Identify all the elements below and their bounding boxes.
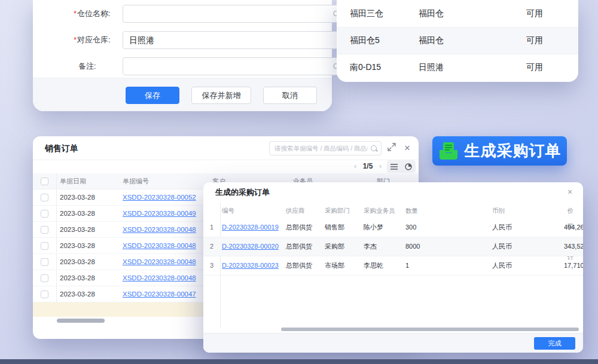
required-mark: * [74,35,77,44]
next-page-icon[interactable]: › [375,161,386,170]
position-name: 南0-D15 [350,62,419,73]
remark-label: 备注: [78,57,126,75]
view-toggle-group [387,160,416,173]
close-icon[interactable]: × [402,143,413,154]
search-input[interactable] [270,142,381,155]
sales-window-header: 销售订单 × [33,136,419,160]
order-date: 2023-03-28 [57,254,120,270]
table-row[interactable]: 南0-D15 日照港 可用 [337,54,578,81]
chart-view-icon[interactable] [402,161,414,172]
done-button[interactable]: 完成 [534,337,575,350]
generate-purchase-order-button[interactable]: 生成采购订单 [432,136,567,166]
row-checkbox[interactable] [41,258,48,266]
total-amount: 343,520.00 [562,237,583,256]
row-checkbox[interactable] [41,274,48,282]
expand-icon[interactable] [386,143,397,154]
order-number-link[interactable]: XSDD-20230328-00048 [123,226,196,233]
warehouse-label: *对应仓库: [74,31,121,49]
order-number-link[interactable]: XSDD-20230328-00049 [123,210,196,217]
select-all-checkbox[interactable] [41,178,48,185]
table-row[interactable]: 福田三仓 福田仓 可用 [337,0,578,27]
purchase-order-link[interactable]: D-20230328-00019 [222,224,279,231]
form-row-warehouse: *对应仓库: 日照港 [33,31,332,49]
warehouse-input[interactable]: 日照港 [123,31,350,49]
currency: 人民币 [490,218,562,237]
warehouse-value: 日照港 [129,32,154,48]
purchase-department: 市场部 [323,256,362,275]
order-date: 2023-03-28 [57,189,120,205]
generated-purchase-orders-dialog: 生成的采购订单 × 编号 供应商 采购部门 采购业务员 数量 币别 价税合计 1… [203,182,583,353]
order-date: 2023-03-28 [57,238,120,253]
quantity: 1 [404,256,490,275]
status: 可用 [526,62,578,73]
generate-button-label: 生成采购订单 [465,140,562,161]
order-number-link[interactable]: XSDD-20230328-00048 [123,274,196,282]
form-footer: 保存 保存并新增 取消 [33,78,332,111]
screen-bottom-edge [0,359,598,364]
row-index: 1 [203,218,220,237]
order-number-link[interactable]: XSDD-20230328-00048 [123,242,196,249]
remark-input[interactable]: CN [123,57,350,75]
purchase-buyer: 陈小梦 [362,218,404,237]
prev-page-icon[interactable]: ‹ [350,161,361,170]
table-row[interactable]: 福田仓5 福田仓 可用 [337,27,578,54]
cancel-button[interactable]: 取消 [263,87,317,104]
order-number-link[interactable]: XSDD-20230328-00052 [123,194,196,201]
purchase-buyer: 李思乾 [362,256,404,275]
column-header: 单据编号 [120,173,209,189]
order-number-link[interactable]: XSDD-20230328-00048 [123,258,196,265]
printer-icon [438,142,459,161]
row-index: 3 [203,256,220,275]
currency: 人民币 [490,237,562,256]
purchase-department: 采购部 [323,237,362,256]
row-checkbox[interactable] [41,210,48,218]
save-and-new-button[interactable]: 保存并新增 [191,87,251,104]
list-view-icon[interactable] [388,161,400,172]
row-index: 2 [203,237,220,256]
row-checkbox[interactable] [41,226,48,234]
dialog-title: 生成的采购订单 [215,182,270,203]
supplier: 总部供货 [284,256,323,275]
position-name-input[interactable]: CN [123,5,350,23]
table-row[interactable]: 2 D-20230328-00020 总部供货 采购部 李杰 8000 人民币 … [203,237,583,256]
dialog-footer: 完成 [203,333,583,353]
search-box [269,141,382,155]
row-checkbox[interactable] [41,194,48,201]
warehouse-name: 福田仓 [419,35,526,46]
row-checkbox[interactable] [41,290,48,298]
horizontal-scrollbar[interactable] [281,328,579,331]
position-name: 福田三仓 [350,8,419,19]
warehouse-position-form: *仓位名称: CN *对应仓库: 日照港 备注: CN 保 [33,0,332,111]
close-icon[interactable]: × [565,187,575,197]
warehouse-position-table: 福田三仓 福田仓 可用 福田仓5 福田仓 可用 南0-D15 日照港 可用 [337,0,578,82]
supplier: 总部供货 [284,218,323,237]
order-number-link[interactable]: XSDD-20230328-00047 [123,290,196,298]
save-button[interactable]: 保存 [126,87,179,104]
position-name: 福田仓5 [350,35,419,46]
column-header: 单据日期 [57,173,120,189]
currency: 人民币 [490,256,562,275]
order-date: 2023-03-28 [57,222,120,237]
order-date: 2023-03-28 [57,206,120,221]
table-row[interactable]: 1 D-20230328-00019 总部供货 销售部 陈小梦 300 人民币 … [203,218,583,237]
purchase-order-link[interactable]: D-20230328-00023 [222,262,279,269]
sales-toolbar: ‹ 1/5 › [33,160,419,173]
position-name-label: *仓位名称: [74,5,121,23]
table-row[interactable]: 3 D-20230328-00023 总部供货 市场部 李思乾 1 人民币 17… [203,256,583,276]
total-amount: 17,710.40 [562,256,583,275]
order-date: 2023-03-28 [57,286,120,302]
order-date: 2023-03-28 [57,270,120,286]
purchase-buyer: 李杰 [362,237,404,256]
supplier: 总部供货 [284,237,323,256]
form-row-position-name: *仓位名称: CN [33,5,332,23]
status: 可用 [526,8,578,19]
form-row-remark: 备注: CN [33,57,332,75]
horizontal-scrollbar[interactable] [57,319,105,323]
purchase-table-header: 编号 供应商 采购部门 采购业务员 数量 币别 价税合计 [203,203,583,218]
purchase-order-link[interactable]: D-20230328-00020 [222,243,279,250]
warehouse-name: 日照港 [419,62,526,73]
row-checkbox[interactable] [41,242,48,250]
window-title: 销售订单 [45,136,78,160]
status: 可用 [526,35,578,46]
screen: *仓位名称: CN *对应仓库: 日照港 备注: CN 保 [0,0,598,364]
